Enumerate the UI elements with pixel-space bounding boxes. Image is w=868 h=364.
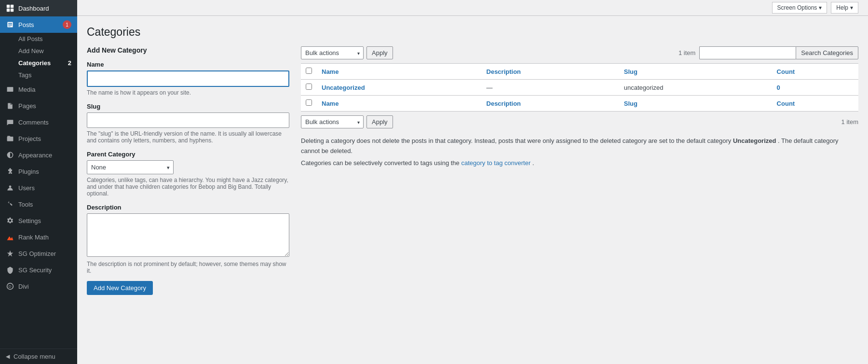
all-posts-label: All Posts [18,35,43,42]
th-count-link[interactable]: Count [777,68,795,75]
content-area: Categories Add New Category Name The nam… [77,16,868,364]
name-hint: The name is how it appears on your site. [87,89,289,96]
screen-options-chevron-icon: ▾ [819,4,822,11]
sidebar-item-tools[interactable]: Tools [0,196,77,212]
select-all-bottom-checkbox[interactable] [306,99,312,106]
sidebar-label-comments: Comments [18,119,49,126]
apply-top-button[interactable]: Apply [366,46,393,59]
svg-rect-2 [7,9,10,12]
tags-label: Tags [18,71,31,79]
parent-category-label: Parent Category [87,151,289,158]
parent-hint: Categories, unlike tags, can have a hier… [87,177,289,197]
sidebar-label-sg-security: SG Security [18,266,52,274]
info-link-text: category to tag converter [461,159,530,167]
sidebar-item-rank-math[interactable]: Rank Math [0,229,77,245]
row-checkbox[interactable] [306,84,312,90]
collapse-icon: ◀ [6,353,10,360]
search-categories-button[interactable]: Search Categories [796,46,858,59]
svg-marker-9 [7,251,14,257]
sidebar-item-pages[interactable]: Pages [0,98,77,114]
bulk-actions-top-select[interactable]: Bulk actions Delete [301,46,364,59]
bulk-actions-bottom-wrap: Bulk actions Delete ▾ [301,115,364,128]
tfoot-th-count-link[interactable]: Count [777,100,795,107]
slug-input[interactable] [87,112,289,128]
collapse-label: Collapse menu [14,353,55,360]
th-description-link[interactable]: Description [487,68,521,75]
help-chevron-icon: ▾ [850,4,853,11]
sidebar-item-projects[interactable]: Projects [0,130,77,147]
sidebar-item-comments[interactable]: Comments [0,114,77,130]
svg-rect-0 [7,5,10,8]
tfoot-th-description-link[interactable]: Description [487,100,521,107]
main-content: Screen Options ▾ Help ▾ Categories Add N… [77,0,868,364]
th-checkbox [301,64,317,80]
dashboard-icon [6,4,14,13]
th-name-link[interactable]: Name [322,68,339,75]
th-count: Count [772,64,858,80]
add-category-form: Add New Category Name The name is how it… [87,46,289,295]
categories-label: Categories [18,59,51,67]
slug-label: Slug [87,103,289,110]
parent-category-select[interactable]: None [87,160,174,174]
sidebar-item-settings[interactable]: Settings [0,212,77,229]
sidebar-item-media[interactable]: Media [0,81,77,98]
row-count-link[interactable]: 0 [777,84,780,91]
sidebar-label-settings: Settings [18,217,41,224]
th-slug-link[interactable]: Slug [624,68,637,75]
add-new-category-button[interactable]: Add New Category [87,281,153,295]
help-button[interactable]: Help ▾ [831,2,858,14]
submit-label: Add New Category [94,284,146,292]
select-all-checkbox[interactable] [306,68,312,74]
tfoot-th-slug: Slug [619,96,772,112]
sidebar-item-all-posts[interactable]: All Posts [0,33,77,45]
sidebar-item-sg-security[interactable]: SG Security [0,262,77,278]
collapse-menu-button[interactable]: ◀ Collapse menu [0,349,77,364]
apply-bottom-button[interactable]: Apply [366,115,393,128]
sidebar-item-users[interactable]: Users [0,180,77,196]
row-description-cell: — [482,80,619,96]
name-label: Name [87,61,289,68]
sidebar-item-tags[interactable]: Tags [0,69,77,81]
description-field-group: Description The description is not promi… [87,204,289,274]
sidebar-label-posts: Posts [18,21,34,28]
info-bold: Uncategorized [733,137,776,144]
search-wrap: Search Categories [699,46,858,59]
description-textarea[interactable] [87,213,289,257]
tfoot-th-count: Count [772,96,858,112]
sidebar-label-users: Users [18,184,35,192]
bulk-actions-top-wrap: Bulk actions Delete ▾ [301,46,364,59]
category-tag-converter-link[interactable]: category to tag converter [461,159,530,167]
info-text-paragraph-1: Deleting a category does not delete the … [301,136,858,156]
sg-security-icon [6,266,14,274]
screen-options-button[interactable]: Screen Options ▾ [772,2,827,14]
posts-icon [6,20,14,29]
sidebar-item-sg-optimizer[interactable]: SG Optimizer [0,245,77,262]
bulk-actions-bottom-select[interactable]: Bulk actions Delete [301,115,364,128]
sidebar-item-posts[interactable]: Posts 1 [0,16,77,33]
row-checkbox-cell [301,80,317,96]
info-text-3: Categories can be selectively converted … [301,159,460,167]
screen-options-label: Screen Options [777,4,817,11]
sidebar-item-add-new[interactable]: Add New [0,45,77,57]
tfoot-th-name-link[interactable]: Name [322,100,339,107]
sidebar-item-categories[interactable]: Categories 2 [0,57,77,69]
tfoot-th-slug-link[interactable]: Slug [624,100,637,107]
comments-icon [6,118,14,126]
tfoot-th-description: Description [482,96,619,112]
search-categories-input[interactable] [699,46,796,59]
sidebar-label-appearance: Appearance [18,152,52,159]
svg-point-8 [9,185,12,188]
sidebar-item-dashboard[interactable]: Dashboard [0,0,77,16]
sidebar-item-divi[interactable]: D Divi [0,278,77,294]
categories-table: Name Description Slug Count [301,63,858,112]
sidebar-item-plugins[interactable]: Plugins [0,163,77,180]
category-name-link[interactable]: Uncategorized [322,84,365,91]
table-footer-header-row: Name Description Slug Count [301,96,858,112]
sidebar-item-appearance[interactable]: Appearance [0,147,77,163]
search-button-label: Search Categories [801,49,853,56]
th-description: Description [482,64,619,80]
sidebar-label-plugins: Plugins [18,168,39,175]
page-title: Categories [87,26,140,39]
name-input[interactable] [87,70,289,87]
row-description: — [487,84,493,91]
